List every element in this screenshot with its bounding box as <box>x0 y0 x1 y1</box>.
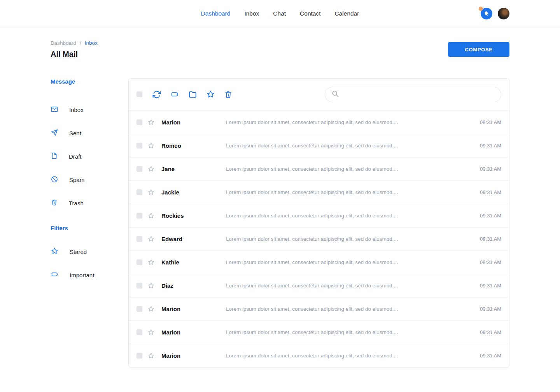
user-avatar[interactable] <box>498 8 509 19</box>
row-checkbox[interactable] <box>136 259 142 265</box>
star-icon[interactable] <box>147 142 155 149</box>
email-row[interactable]: Rockies Lorem ipsum dolor sit amet, cons… <box>129 204 509 227</box>
label-icon[interactable] <box>170 90 179 99</box>
sidebar-filters-list: Stared Important <box>51 240 128 287</box>
trash-icon <box>51 199 58 207</box>
select-all-checkbox[interactable] <box>136 91 142 97</box>
email-preview: Lorem ipsum dolor sit amet, consectetur … <box>226 119 472 125</box>
email-row[interactable]: Jane Lorem ipsum dolor sit amet, consect… <box>129 157 509 180</box>
nav-item-chat[interactable]: Chat <box>273 10 286 17</box>
sidebar-item-label: Spam <box>69 177 84 183</box>
row-checkbox[interactable] <box>136 119 142 125</box>
trash-icon[interactable] <box>224 90 233 99</box>
row-checkbox[interactable] <box>136 283 142 289</box>
email-sender: Jackie <box>161 189 226 196</box>
top-nav: Dashboard Inbox Chat Contact Calendar <box>0 0 560 27</box>
search-input[interactable] <box>343 91 495 98</box>
nav-item-contact[interactable]: Contact <box>300 10 320 17</box>
email-row[interactable]: Romeo Lorem ipsum dolor sit amet, consec… <box>129 134 509 157</box>
email-row[interactable]: Jackie Lorem ipsum dolor sit amet, conse… <box>129 180 509 204</box>
page-head: Dashboard / Inbox All Mail COMPOSE <box>51 40 509 59</box>
email-sender: Jane <box>161 166 226 172</box>
sidebar: Message Inbox Sent <box>51 78 128 368</box>
sidebar-item-label: Trash <box>69 200 84 206</box>
label-icon <box>51 270 59 280</box>
star-icon[interactable] <box>147 329 155 336</box>
header-actions <box>481 0 509 27</box>
nav-item-dashboard[interactable]: Dashboard <box>201 10 231 17</box>
email-row[interactable]: Marion Lorem ipsum dolor sit amet, conse… <box>129 297 509 320</box>
sidebar-item-label: Sent <box>69 130 81 136</box>
star-icon[interactable] <box>147 212 155 219</box>
star-icon[interactable] <box>147 165 155 173</box>
refresh-icon[interactable] <box>152 90 161 99</box>
email-row[interactable]: Edward Lorem ipsum dolor sit amet, conse… <box>129 227 509 250</box>
star-icon[interactable] <box>147 259 155 266</box>
breadcrumb-dashboard[interactable]: Dashboard <box>51 40 76 46</box>
notification-bell-icon[interactable] <box>481 8 492 19</box>
star-icon[interactable] <box>147 189 155 196</box>
sidebar-item-inbox[interactable]: Inbox <box>51 98 128 121</box>
star-icon[interactable] <box>147 235 155 243</box>
email-sender: Marion <box>161 329 226 336</box>
sidebar-message-list: Inbox Sent Draft <box>51 98 128 215</box>
main-nav: Dashboard Inbox Chat Contact Calendar <box>201 10 359 17</box>
sidebar-item-label: Stared <box>70 248 87 255</box>
email-row[interactable]: Diaz Lorem ipsum dolor sit amet, consect… <box>129 274 509 297</box>
email-preview: Lorem ipsum dolor sit amet, consectetur … <box>226 259 472 265</box>
nav-item-calendar[interactable]: Calendar <box>335 10 359 17</box>
sidebar-item-draft[interactable]: Draft <box>51 145 128 168</box>
email-preview: Lorem ipsum dolor sit amet, consectetur … <box>226 283 472 289</box>
sidebar-item-spam[interactable]: Spam <box>51 168 128 191</box>
star-icon[interactable] <box>147 119 155 126</box>
row-checkbox[interactable] <box>136 329 142 335</box>
email-list: Marion Lorem ipsum dolor sit amet, conse… <box>129 110 509 367</box>
email-row[interactable]: Marion Lorem ipsum dolor sit amet, conse… <box>129 110 509 134</box>
email-sender: Kathie <box>161 259 226 266</box>
sidebar-item-important[interactable]: Important <box>51 263 128 287</box>
sidebar-item-sent[interactable]: Sent <box>51 121 128 145</box>
row-checkbox[interactable] <box>136 189 142 195</box>
email-preview: Lorem ipsum dolor sit amet, consectetur … <box>226 213 472 219</box>
email-row[interactable]: Kathie Lorem ipsum dolor sit amet, conse… <box>129 250 509 274</box>
email-preview: Lorem ipsum dolor sit amet, consectetur … <box>226 236 472 242</box>
email-time: 09:31 AM <box>472 306 501 312</box>
star-icon[interactable] <box>147 305 155 313</box>
email-time: 09:31 AM <box>472 236 501 242</box>
sidebar-item-trash[interactable]: Trash <box>51 191 128 215</box>
page-title: All Mail <box>51 50 98 59</box>
sidebar-item-stared[interactable]: Stared <box>51 240 128 263</box>
row-checkbox[interactable] <box>136 236 142 242</box>
send-icon <box>51 129 58 138</box>
star-icon[interactable] <box>147 282 155 289</box>
email-time: 09:31 AM <box>472 119 501 125</box>
email-sender: Diaz <box>161 282 226 289</box>
email-preview: Lorem ipsum dolor sit amet, consectetur … <box>226 166 472 172</box>
row-checkbox[interactable] <box>136 306 142 312</box>
breadcrumb: Dashboard / Inbox <box>51 40 98 46</box>
email-time: 09:31 AM <box>472 259 501 265</box>
row-checkbox[interactable] <box>136 143 142 149</box>
email-preview: Lorem ipsum dolor sit amet, consectetur … <box>226 353 472 359</box>
row-checkbox[interactable] <box>136 353 142 359</box>
email-row[interactable]: Marion Lorem ipsum dolor sit amet, conse… <box>129 320 509 344</box>
nav-item-inbox[interactable]: Inbox <box>244 10 259 17</box>
row-checkbox[interactable] <box>136 166 142 172</box>
sidebar-section-filters: Filters <box>51 225 128 231</box>
title-block: Dashboard / Inbox All Mail <box>51 40 98 59</box>
email-sender: Marion <box>161 119 226 126</box>
email-preview: Lorem ipsum dolor sit amet, consectetur … <box>226 143 472 149</box>
content: Message Inbox Sent <box>51 78 509 368</box>
star-icon[interactable] <box>206 90 215 99</box>
mail-panel: Marion Lorem ipsum dolor sit amet, conse… <box>128 78 509 368</box>
folder-icon[interactable] <box>188 90 197 99</box>
compose-button[interactable]: COMPOSE <box>448 42 509 57</box>
email-time: 09:31 AM <box>472 189 501 195</box>
row-checkbox[interactable] <box>136 213 142 219</box>
star-icon[interactable] <box>147 352 155 359</box>
notification-badge <box>479 7 483 11</box>
sidebar-item-label: Draft <box>69 153 82 160</box>
email-row[interactable]: Marion Lorem ipsum dolor sit amet, conse… <box>129 344 509 367</box>
breadcrumb-inbox[interactable]: Inbox <box>85 40 98 46</box>
block-icon <box>51 175 58 184</box>
